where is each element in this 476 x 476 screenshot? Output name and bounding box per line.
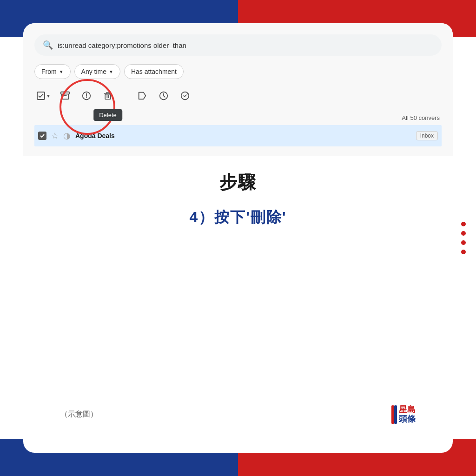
- search-query: is:unread category:promotions older_than: [58, 41, 186, 49]
- svg-rect-4: [105, 94, 111, 99]
- logo-text: 星島 頭條: [399, 405, 416, 424]
- attachment-filter-button[interactable]: Has attachment: [124, 64, 184, 79]
- dot-4: [461, 250, 466, 254]
- email-sender: Agoda Deals: [75, 132, 411, 139]
- dot-1: [461, 222, 466, 226]
- step-instruction: 4）按下'刪除': [189, 207, 286, 228]
- clock-icon: [159, 91, 169, 101]
- add-task-icon: [180, 91, 190, 101]
- checkbox-icon: [37, 92, 45, 100]
- email-badge: Inbox: [416, 131, 438, 140]
- trash-icon: [103, 91, 112, 101]
- from-filter-button[interactable]: From ▼: [34, 64, 71, 79]
- gmail-area: 🔍 is:unread category:promotions older_th…: [23, 23, 453, 156]
- more-button[interactable]: [178, 88, 192, 103]
- archive-icon: [60, 91, 70, 101]
- delete-tooltip: Delete: [93, 109, 122, 121]
- delete-button[interactable]: [100, 88, 115, 103]
- search-bar[interactable]: 🔍 is:unread category:promotions older_th…: [34, 34, 442, 56]
- from-filter-label: From: [41, 68, 57, 75]
- step-heading: 步驟: [219, 171, 257, 194]
- search-icon: 🔍: [43, 40, 53, 50]
- email-checkbox[interactable]: [38, 132, 46, 140]
- select-all-button[interactable]: ▼: [36, 88, 51, 103]
- category-icon: ◑: [63, 131, 71, 141]
- main-card: 🔍 is:unread category:promotions older_th…: [23, 23, 453, 453]
- archive-button[interactable]: [58, 88, 73, 103]
- time-filter-label: Any time: [81, 68, 106, 75]
- dots-container: [461, 222, 466, 254]
- report-spam-button[interactable]: [79, 88, 94, 103]
- filter-row: From ▼ Any time ▼ Has attachment: [34, 64, 442, 79]
- email-row[interactable]: ☆ ◑ Agoda Deals Inbox: [34, 125, 442, 146]
- label-button[interactable]: [135, 88, 150, 103]
- logo-blue-bar: [394, 405, 397, 424]
- delete-wrapper: Delete: [100, 88, 115, 103]
- singtao-logo: 星島 頭條: [391, 405, 416, 424]
- spam-icon: [81, 91, 92, 101]
- star-icon[interactable]: ☆: [51, 131, 59, 141]
- logo-line-1: 星島: [399, 405, 416, 415]
- dot-2: [461, 231, 466, 236]
- svg-point-3: [86, 97, 87, 98]
- snooze-button[interactable]: [156, 88, 171, 103]
- note-text: （示意圖）: [60, 410, 98, 419]
- attachment-filter-label: Has attachment: [131, 68, 177, 75]
- from-filter-arrow-icon: ▼: [59, 69, 64, 74]
- time-filter-arrow-icon: ▼: [109, 69, 113, 74]
- toolbar-row: ▼: [34, 86, 442, 106]
- time-filter-button[interactable]: Any time ▼: [74, 64, 120, 79]
- checkbox-arrow-icon: ▼: [46, 93, 51, 99]
- logo-area: 星島 頭條: [391, 405, 416, 424]
- check-icon: [40, 133, 45, 139]
- dot-3: [461, 240, 466, 245]
- logo-line-2: 頭條: [399, 415, 416, 424]
- content-area: 步驟 4）按下'刪除': [23, 156, 453, 453]
- svg-rect-1: [61, 92, 69, 94]
- label-icon: [137, 91, 147, 101]
